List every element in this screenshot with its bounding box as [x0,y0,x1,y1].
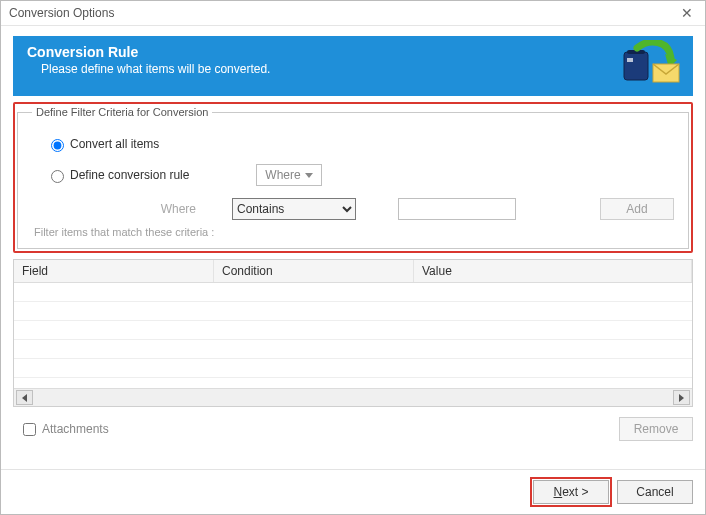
radio-define-rule-label: Define conversion rule [70,168,220,182]
col-condition[interactable]: Condition [214,260,414,282]
table-row [14,283,692,302]
banner-title: Conversion Rule [27,44,679,60]
dialog-footer: Next > Cancel [1,469,705,514]
below-table-row: Attachments Remove [13,417,693,441]
add-button[interactable]: Add [600,198,674,220]
col-value[interactable]: Value [414,260,692,282]
remove-button[interactable]: Remove [619,417,693,441]
table-row [14,302,692,321]
horizontal-scrollbar[interactable] [14,388,692,406]
next-rest: ext > [562,485,588,499]
next-underline: N [553,485,562,499]
group-legend: Define Filter Criteria for Conversion [32,106,212,118]
radio-define-rule[interactable]: Define conversion rule [46,167,220,183]
where-label: Where [76,202,232,216]
cancel-button[interactable]: Cancel [617,480,693,504]
table-row [14,378,692,388]
arrow-right-icon [679,394,684,402]
scroll-right-button[interactable] [673,390,690,405]
criteria-row: Where Contains Add [76,198,674,220]
table-body [14,283,692,388]
arrow-left-icon [22,394,27,402]
close-icon[interactable]: ✕ [677,5,697,21]
next-button[interactable]: Next > [533,480,609,504]
banner: Conversion Rule Please define what items… [13,36,693,96]
radio-convert-all[interactable]: Convert all items [46,136,674,152]
condition-select[interactable]: Contains [232,198,356,220]
attachments-checkbox-input[interactable] [23,423,36,436]
window-title: Conversion Options [9,6,114,20]
where-button-label: Where [265,168,300,182]
filter-hint: Filter items that match these criteria : [34,226,674,238]
title-bar: Conversion Options ✕ [1,1,705,26]
table-header: Field Condition Value [14,260,692,283]
mail-conversion-icon [621,40,683,93]
table-row [14,340,692,359]
banner-subtitle: Please define what items will be convert… [41,62,679,76]
scroll-left-button[interactable] [16,390,33,405]
radio-convert-all-label: Convert all items [70,137,159,151]
table-row [14,359,692,378]
criteria-table: Field Condition Value [13,259,693,407]
chevron-down-icon [305,173,313,178]
radio-convert-all-input[interactable] [51,139,64,152]
where-dropdown-button[interactable]: Where [256,164,322,186]
filter-criteria-group: Define Filter Criteria for Conversion Co… [17,106,689,249]
table-row [14,321,692,340]
filter-criteria-highlight: Define Filter Criteria for Conversion Co… [13,102,693,253]
conversion-options-window: Conversion Options ✕ Conversion Rule Ple… [0,0,706,515]
svg-rect-0 [624,52,648,80]
svg-rect-2 [627,58,633,62]
attachments-label: Attachments [42,422,109,436]
content-area: Conversion Rule Please define what items… [1,26,705,469]
value-input[interactable] [398,198,516,220]
radio-define-rule-input[interactable] [51,170,64,183]
attachments-checkbox[interactable]: Attachments [13,422,109,436]
col-field[interactable]: Field [14,260,214,282]
